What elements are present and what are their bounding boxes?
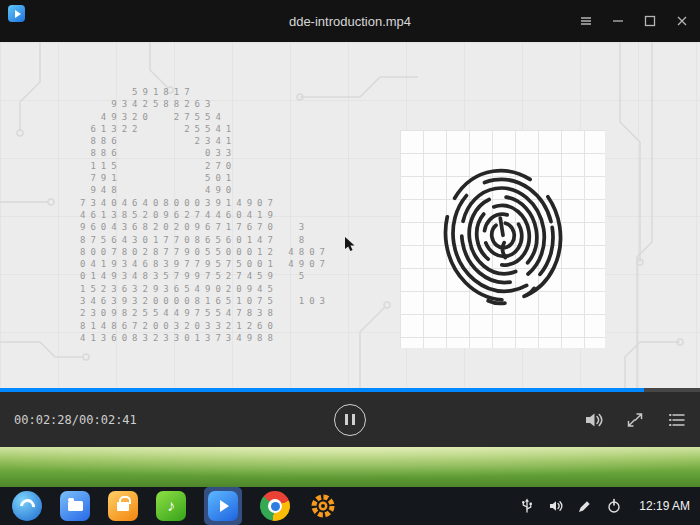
music-note-glyph: ♪ bbox=[167, 498, 175, 514]
app-store-icon[interactable] bbox=[108, 491, 138, 521]
minimize-icon bbox=[610, 13, 626, 29]
chrome-icon[interactable] bbox=[260, 491, 290, 521]
playlist-icon bbox=[667, 410, 687, 430]
shutdown-tray-button[interactable] bbox=[606, 498, 622, 514]
close-icon bbox=[674, 13, 690, 29]
volume-icon bbox=[548, 498, 564, 514]
volume-button[interactable] bbox=[582, 409, 604, 431]
mouse-pointer-icon bbox=[345, 237, 356, 252]
video-display-area[interactable]: 591817 9342588263 49320 27554 61322 2554… bbox=[0, 42, 700, 392]
maximize-icon bbox=[642, 13, 658, 29]
fingerprint-graphic bbox=[427, 158, 579, 320]
menu-button[interactable] bbox=[570, 0, 602, 42]
dock: ♪ bbox=[0, 487, 700, 525]
close-button[interactable] bbox=[666, 0, 698, 42]
maximize-button[interactable] bbox=[634, 0, 666, 42]
dock-app-icons: ♪ bbox=[12, 487, 338, 525]
menu-icon bbox=[578, 13, 594, 29]
pause-icon bbox=[345, 414, 348, 425]
control-center-icon[interactable] bbox=[308, 491, 338, 521]
shutdown-icon bbox=[606, 498, 622, 514]
play-glyph bbox=[220, 500, 229, 512]
player-control-bar: 00:02:28/00:02:41 bbox=[0, 392, 700, 447]
desktop-screen: dde-introduction.mp4 bbox=[0, 0, 700, 525]
window-controls bbox=[570, 0, 698, 42]
usb-tray-button[interactable] bbox=[519, 498, 535, 514]
file-manager-icon[interactable] bbox=[60, 491, 90, 521]
deepin-launcher-icon[interactable] bbox=[12, 491, 42, 521]
window-titlebar[interactable]: dde-introduction.mp4 bbox=[0, 0, 700, 42]
movie-app-active-indicator[interactable] bbox=[204, 487, 242, 525]
volume-icon bbox=[583, 410, 603, 430]
movie-app-icon bbox=[8, 5, 25, 22]
minimize-button[interactable] bbox=[602, 0, 634, 42]
folder-glyph bbox=[68, 501, 83, 511]
system-tray: 12:19 AM bbox=[519, 498, 690, 514]
desktop-wallpaper bbox=[0, 447, 700, 487]
volume-tray-button[interactable] bbox=[548, 498, 564, 514]
bag-glyph bbox=[117, 502, 129, 511]
fullscreen-icon bbox=[625, 410, 645, 430]
gear-icon bbox=[309, 492, 337, 520]
usb-icon bbox=[519, 498, 535, 514]
dock-clock: 12:19 AM bbox=[639, 499, 690, 513]
time-display: 00:02:28/00:02:41 bbox=[14, 413, 137, 427]
play-glyph bbox=[15, 10, 21, 18]
fullscreen-button[interactable] bbox=[624, 409, 646, 431]
picker-pen-icon bbox=[577, 498, 593, 514]
playlist-button[interactable] bbox=[666, 409, 688, 431]
fingerprint-panel bbox=[400, 130, 605, 348]
window-title: dde-introduction.mp4 bbox=[289, 14, 411, 29]
pause-button[interactable] bbox=[334, 404, 366, 436]
digit-padlock-art: 591817 9342588263 49320 27554 61322 2554… bbox=[80, 86, 330, 344]
music-app-icon[interactable]: ♪ bbox=[156, 491, 186, 521]
movie-dock-icon[interactable] bbox=[208, 491, 238, 521]
picker-tray-button[interactable] bbox=[577, 498, 593, 514]
controlbar-right-icons bbox=[582, 409, 688, 431]
